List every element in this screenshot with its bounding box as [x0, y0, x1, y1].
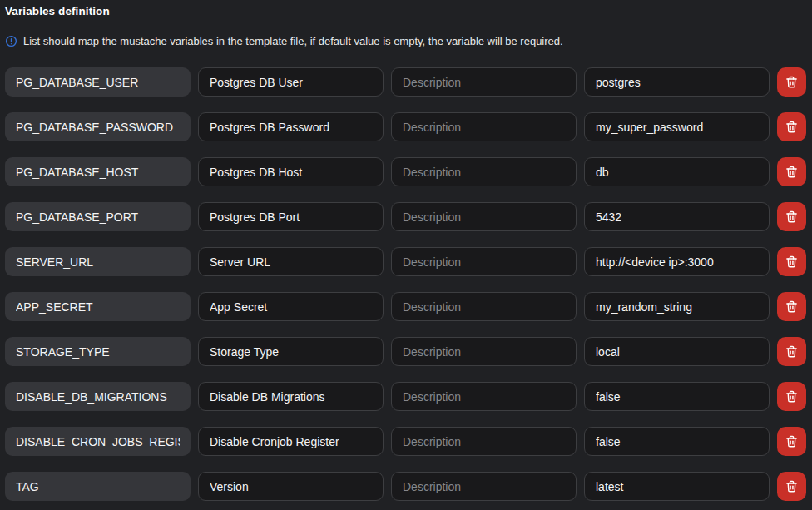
variable-value-input[interactable]	[584, 67, 770, 97]
variable-label-input[interactable]	[198, 112, 384, 141]
variable-label-input[interactable]	[198, 292, 384, 321]
variable-row	[5, 427, 806, 456]
variable-label-input[interactable]	[198, 202, 384, 231]
variable-description-input[interactable]	[391, 292, 577, 321]
trash-icon	[785, 479, 799, 493]
variable-description-input[interactable]	[391, 202, 577, 231]
delete-variable-button[interactable]	[777, 67, 806, 97]
variables-definition-panel: Variables definition List should map the…	[0, 0, 812, 501]
variable-description-input[interactable]	[391, 67, 577, 97]
variable-label-input[interactable]	[198, 157, 384, 186]
variable-name-input[interactable]	[5, 292, 191, 321]
variable-description-input[interactable]	[391, 247, 577, 276]
variable-name-input[interactable]	[5, 427, 191, 456]
variable-label-input[interactable]	[198, 427, 384, 456]
trash-icon	[785, 120, 799, 134]
trash-icon	[785, 344, 799, 359]
variable-row	[5, 67, 806, 97]
variable-row	[5, 337, 806, 366]
variable-name-input[interactable]	[5, 67, 191, 97]
variable-label-input[interactable]	[198, 337, 384, 366]
variable-description-input[interactable]	[391, 157, 577, 186]
variable-description-input[interactable]	[391, 427, 577, 456]
variable-name-input[interactable]	[5, 157, 191, 186]
variable-name-input[interactable]	[5, 472, 191, 501]
delete-variable-button[interactable]	[777, 382, 806, 411]
trash-icon	[785, 255, 799, 269]
trash-icon	[785, 75, 799, 89]
variable-row	[5, 472, 806, 501]
info-circle-icon	[5, 35, 17, 47]
delete-variable-button[interactable]	[777, 202, 806, 231]
variable-value-input[interactable]	[584, 247, 770, 276]
variable-name-input[interactable]	[5, 112, 191, 141]
variable-value-input[interactable]	[584, 337, 770, 366]
variable-row	[5, 202, 806, 231]
delete-variable-button[interactable]	[777, 157, 806, 186]
trash-icon	[785, 300, 799, 314]
delete-variable-button[interactable]	[777, 427, 806, 456]
variable-value-input[interactable]	[584, 427, 770, 456]
variable-value-input[interactable]	[584, 472, 770, 501]
variable-value-input[interactable]	[584, 157, 770, 186]
variable-row	[5, 247, 806, 276]
delete-variable-button[interactable]	[777, 247, 806, 276]
variable-value-input[interactable]	[584, 202, 770, 231]
variable-value-input[interactable]	[584, 382, 770, 411]
variable-label-input[interactable]	[198, 382, 384, 411]
variable-name-input[interactable]	[5, 202, 191, 231]
trash-icon	[785, 165, 799, 179]
variable-description-input[interactable]	[391, 112, 577, 141]
info-text: List should map the mustache variables i…	[23, 35, 563, 47]
variable-description-input[interactable]	[391, 337, 577, 366]
trash-icon	[785, 210, 799, 224]
variable-row	[5, 112, 806, 141]
variable-name-input[interactable]	[5, 337, 191, 366]
variable-value-input[interactable]	[584, 112, 770, 141]
variables-list	[5, 67, 806, 501]
delete-variable-button[interactable]	[777, 112, 806, 141]
variable-label-input[interactable]	[198, 247, 384, 276]
variable-row	[5, 292, 806, 321]
variable-label-input[interactable]	[198, 472, 384, 501]
variable-name-input[interactable]	[5, 247, 191, 276]
variable-description-input[interactable]	[391, 472, 577, 501]
variable-row	[5, 157, 806, 186]
delete-variable-button[interactable]	[777, 337, 806, 366]
variable-value-input[interactable]	[584, 292, 770, 321]
trash-icon	[785, 389, 799, 404]
info-note: List should map the mustache variables i…	[5, 35, 806, 47]
variable-description-input[interactable]	[391, 382, 577, 411]
trash-icon	[785, 434, 799, 448]
variable-label-input[interactable]	[198, 67, 384, 97]
variable-row	[5, 382, 806, 411]
delete-variable-button[interactable]	[777, 292, 806, 321]
page-title: Variables definition	[5, 5, 806, 17]
delete-variable-button[interactable]	[777, 472, 806, 501]
variable-name-input[interactable]	[5, 382, 191, 411]
